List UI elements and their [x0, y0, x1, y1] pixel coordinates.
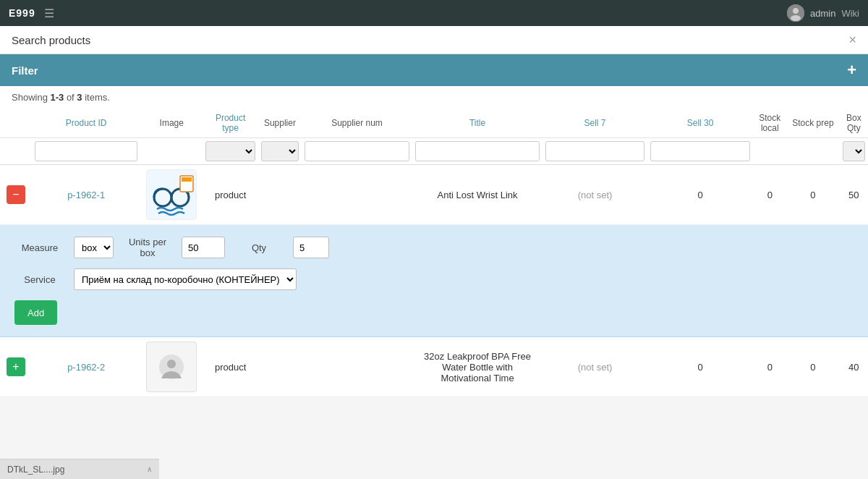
col-sell7[interactable]: Sell 7: [542, 109, 647, 138]
stock-prep-cell: 0: [786, 165, 839, 225]
col-supplier-num: Supplier num: [302, 109, 412, 138]
filter-supplier-num-input[interactable]: [305, 141, 409, 161]
col-product-type[interactable]: Producttype: [203, 109, 258, 138]
filter-sell7-input[interactable]: [545, 141, 644, 161]
col-action: [0, 109, 32, 138]
stock-local-cell: 0: [753, 165, 786, 225]
showing-range: 1-3: [50, 92, 64, 103]
topbar: E999 ☰ admin Wiki: [0, 0, 868, 26]
units-per-box-label: Units per box: [122, 237, 173, 258]
sell7-cell: (not set): [542, 165, 647, 225]
expand-button[interactable]: +: [7, 357, 25, 376]
filter-sell30-input[interactable]: [650, 141, 750, 161]
panel-title: Search products: [12, 34, 90, 46]
supplier-cell: [258, 337, 302, 397]
table-header-row: Product ID Image Producttype Supplier Su…: [0, 109, 868, 138]
stock-prep-cell: 0: [786, 337, 839, 397]
showing-of: of: [64, 92, 77, 103]
col-sell30[interactable]: Sell 30: [647, 109, 753, 138]
supplier-num-cell: [302, 337, 412, 397]
showing-total: 3: [77, 92, 82, 103]
topbar-right: admin Wiki: [787, 4, 859, 22]
col-product-id[interactable]: Product ID: [32, 109, 140, 138]
menu-icon[interactable]: ☰: [44, 7, 54, 20]
svg-point-2: [791, 15, 801, 21]
add-row: Add: [14, 300, 326, 325]
qty-input[interactable]: [293, 237, 329, 258]
filter-product-type-select[interactable]: product: [205, 141, 255, 161]
product-image: [147, 170, 196, 219]
showing-row: Showing 1-3 of 3 items.: [0, 86, 868, 109]
svg-rect-8: [182, 177, 192, 182]
table-row: +p-1962-2 product32oz Leakproof BPA Free…: [0, 337, 868, 397]
close-button[interactable]: ×: [848, 33, 856, 46]
measure-select[interactable]: boxunitpcs: [74, 237, 114, 258]
image-placeholder: [146, 342, 197, 392]
filter-bar: Filter +: [0, 54, 868, 86]
svg-point-10: [167, 360, 176, 368]
qty-label: Qty: [234, 242, 284, 253]
wiki-link[interactable]: Wiki: [841, 8, 859, 19]
measure-label: Measure: [14, 242, 65, 253]
measure-row: Measure boxunitpcs Units per box Qty: [14, 237, 326, 258]
filter-box-qty-select[interactable]: [843, 141, 865, 161]
panel-header: Search products ×: [0, 26, 868, 54]
product-id-link[interactable]: p-1962-1: [67, 190, 105, 200]
box-qty-cell: 50: [840, 165, 868, 225]
units-per-box-input[interactable]: [182, 237, 225, 258]
product-type-cell: product: [203, 165, 258, 225]
collapse-button[interactable]: −: [7, 185, 25, 204]
product-table: Product ID Image Producttype Supplier Su…: [0, 109, 868, 397]
showing-suffix: items.: [82, 92, 110, 103]
search-panel: Search products × Filter + Showing 1-3 o…: [0, 26, 868, 397]
filter-input-row: product: [0, 138, 868, 165]
col-title[interactable]: Title: [412, 109, 542, 138]
col-image: Image: [140, 109, 203, 138]
col-stock-local: Stocklocal: [753, 109, 786, 138]
filter-label: Filter: [12, 64, 38, 77]
svg-point-1: [793, 8, 799, 14]
avatar: [787, 4, 804, 22]
stock-local-cell: 0: [753, 337, 786, 397]
service-select[interactable]: Приём на склад по-коробочно (КОНТЕЙНЕР)O…: [74, 268, 297, 290]
sell30-cell: 0: [647, 165, 753, 225]
box-qty-cell: 40: [840, 337, 868, 397]
filter-supplier-select[interactable]: [261, 141, 299, 161]
app-logo: E999: [9, 7, 35, 19]
title-cell: Anti Lost Wrist Link: [412, 165, 542, 225]
title-cell: 32oz Leakproof BPA Free Water Bottle wit…: [412, 337, 542, 397]
filter-product-id-input[interactable]: [35, 141, 137, 161]
product-id-link[interactable]: p-1962-2: [67, 362, 105, 373]
sell7-cell: (not set): [542, 337, 647, 397]
col-supplier: Supplier: [258, 109, 302, 138]
detail-row: Measure boxunitpcs Units per box Qty Ser…: [0, 225, 868, 337]
service-label: Service: [14, 274, 65, 285]
col-stock-prep: Stock prep: [786, 109, 839, 138]
product-type-cell: product: [203, 337, 258, 397]
detail-content: Measure boxunitpcs Units per box Qty Ser…: [14, 237, 326, 325]
filter-title-input[interactable]: [415, 141, 540, 161]
service-row: Service Приём на склад по-коробочно (КОН…: [14, 268, 326, 290]
supplier-cell: [258, 165, 302, 225]
table-row: −p-1962-1 productAnti Lost: [0, 165, 868, 225]
supplier-num-cell: [302, 165, 412, 225]
sell30-cell: 0: [647, 337, 753, 397]
username-label: admin: [810, 8, 835, 19]
showing-prefix: Showing: [12, 92, 50, 103]
col-box-qty: BoxQty: [840, 109, 868, 138]
filter-add-button[interactable]: +: [847, 61, 856, 80]
add-button[interactable]: Add: [14, 300, 57, 325]
